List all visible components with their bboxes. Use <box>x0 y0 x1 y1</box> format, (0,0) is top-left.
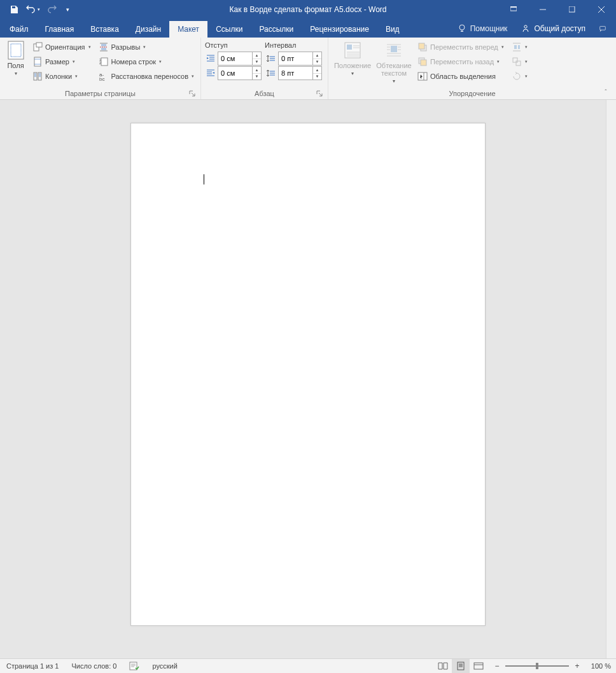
group-page-setup: Поля ▾ Ориентация▾ Размер▾ Колонки▾ <box>0 38 201 99</box>
chevron-down-icon: ▾ <box>15 71 17 76</box>
collapse-ribbon-button[interactable]: ˆ <box>599 88 612 97</box>
page-setup-launcher[interactable] <box>188 89 197 98</box>
redo-button[interactable] <box>43 2 61 17</box>
wrap-text-label: Обтекание текстом <box>376 62 411 77</box>
margins-button[interactable]: Поля ▾ <box>3 39 29 88</box>
zoom-in-button[interactable]: + <box>573 662 582 670</box>
selection-pane-label: Область выделения <box>430 73 496 80</box>
bring-forward-button[interactable]: Переместить вперед▾ <box>415 40 507 54</box>
send-backward-button[interactable]: Переместить назад▾ <box>415 55 507 69</box>
web-layout-button[interactable] <box>470 659 487 673</box>
spell-check-button[interactable] <box>123 659 146 673</box>
ribbon: Поля ▾ Ориентация▾ Размер▾ Колонки▾ <box>0 38 616 100</box>
page-count[interactable]: Страница 1 из 1 <box>0 659 65 673</box>
spacing-header: Интервал <box>263 39 323 52</box>
svg-rect-28 <box>513 58 517 62</box>
align-button[interactable]: ▾ <box>509 40 530 54</box>
print-layout-button[interactable] <box>452 659 470 673</box>
position-button[interactable]: Положение ▾ <box>331 39 374 88</box>
indent-right-spinner[interactable]: ▲▼ <box>204 66 262 80</box>
svg-rect-29 <box>516 61 521 66</box>
close-button[interactable] <box>587 0 616 18</box>
columns-button[interactable]: Колонки▾ <box>30 69 93 83</box>
space-before-spinner[interactable]: ▲▼ <box>264 52 322 66</box>
tell-me-button[interactable]: Помощник <box>451 22 514 36</box>
indent-right-input[interactable] <box>218 66 253 80</box>
zoom-out-button[interactable]: − <box>493 662 501 670</box>
hyphenation-label: Расстановка переносов <box>111 73 188 80</box>
selection-pane-button[interactable]: Область выделения <box>415 69 507 83</box>
undo-button[interactable]: ▾ <box>24 2 42 17</box>
svg-rect-10 <box>34 57 41 66</box>
hyphenation-button[interactable]: a-bc Расстановка переносов▾ <box>96 69 197 83</box>
share-button[interactable]: Общий доступ <box>515 22 592 36</box>
size-icon <box>32 57 43 67</box>
position-icon <box>342 40 363 60</box>
svg-rect-32 <box>474 663 483 669</box>
rotate-icon <box>512 71 522 81</box>
tab-file[interactable]: Файл <box>1 21 37 38</box>
language-button[interactable]: русский <box>146 659 183 673</box>
text-cursor <box>204 174 204 184</box>
window-controls <box>499 0 616 18</box>
breaks-button[interactable]: Разрывы▾ <box>96 40 197 54</box>
tab-insert[interactable]: Вставка <box>82 21 127 38</box>
send-backward-icon <box>417 57 428 67</box>
space-after-spinner[interactable]: ▲▼ <box>264 66 322 80</box>
wrap-text-button[interactable]: Обтекание текстом ▾ <box>374 39 414 88</box>
document-title: Как в Ворде сделать формат А5.docx - Wor… <box>229 5 386 14</box>
line-numbers-icon: 12 <box>99 57 109 67</box>
indent-left-input[interactable] <box>218 52 253 66</box>
size-label: Размер <box>45 58 69 66</box>
tab-review[interactable]: Рецензирование <box>302 21 377 38</box>
size-button[interactable]: Размер▾ <box>30 55 93 69</box>
tab-references[interactable]: Ссылки <box>207 21 251 38</box>
minimize-button[interactable] <box>528 0 557 18</box>
group-arrange: Положение ▾ Обтекание текстом ▾ Перемест… <box>328 38 616 99</box>
ribbon-tabs: Файл Главная Вставка Дизайн Макет Ссылки… <box>0 18 616 38</box>
wrap-text-icon <box>384 40 404 60</box>
print-layout-icon <box>456 662 465 670</box>
tab-mailings[interactable]: Рассылки <box>251 21 302 38</box>
svg-rect-25 <box>418 73 427 80</box>
svg-rect-24 <box>421 60 426 66</box>
svg-rect-31 <box>458 662 464 670</box>
zoom-slider[interactable] <box>505 665 569 667</box>
indent-left-spinner[interactable]: ▲▼ <box>204 52 262 66</box>
save-button[interactable] <box>5 2 23 17</box>
tell-me-label: Помощник <box>470 24 508 33</box>
bring-forward-icon <box>417 42 428 52</box>
tab-home[interactable]: Главная <box>37 21 83 38</box>
space-after-input[interactable] <box>278 66 313 80</box>
tab-design[interactable]: Дизайн <box>127 21 169 38</box>
indent-right-icon <box>204 66 218 80</box>
word-count[interactable]: Число слов: 0 <box>65 659 123 673</box>
group-paragraph: Отступ Интервал ▲▼ ▲▼ ▲ <box>201 38 328 99</box>
paragraph-launcher[interactable] <box>315 89 324 98</box>
svg-rect-13 <box>101 58 108 66</box>
qat-customize-button[interactable]: ▾ <box>62 2 73 17</box>
tab-layout[interactable]: Макет <box>169 21 207 38</box>
tab-view[interactable]: Вид <box>377 21 408 38</box>
comments-button[interactable] <box>593 19 612 38</box>
line-numbers-label: Номера строк <box>111 58 157 66</box>
svg-rect-22 <box>419 43 424 49</box>
title-bar: ▾ ▾ Как в Ворде сделать формат А5.docx -… <box>0 0 616 18</box>
breaks-icon <box>99 42 109 52</box>
line-numbers-button[interactable]: 12 Номера строк▾ <box>96 55 197 69</box>
maximize-button[interactable] <box>557 0 587 18</box>
svg-rect-19 <box>347 45 352 50</box>
svg-rect-27 <box>518 45 520 49</box>
orientation-button[interactable]: Ориентация▾ <box>30 40 93 54</box>
ribbon-options-button[interactable] <box>499 0 528 18</box>
bring-forward-label: Переместить вперед <box>430 43 498 51</box>
columns-label: Колонки <box>45 73 72 80</box>
rotate-button[interactable]: ▾ <box>509 69 530 83</box>
vertical-scrollbar[interactable] <box>606 100 616 658</box>
share-label: Общий доступ <box>534 24 585 33</box>
read-mode-button[interactable] <box>434 659 452 673</box>
group-objects-button[interactable]: ▾ <box>509 55 530 69</box>
zoom-level[interactable]: 100 % <box>585 662 611 670</box>
document-page[interactable] <box>130 123 486 626</box>
space-before-input[interactable] <box>278 52 313 66</box>
